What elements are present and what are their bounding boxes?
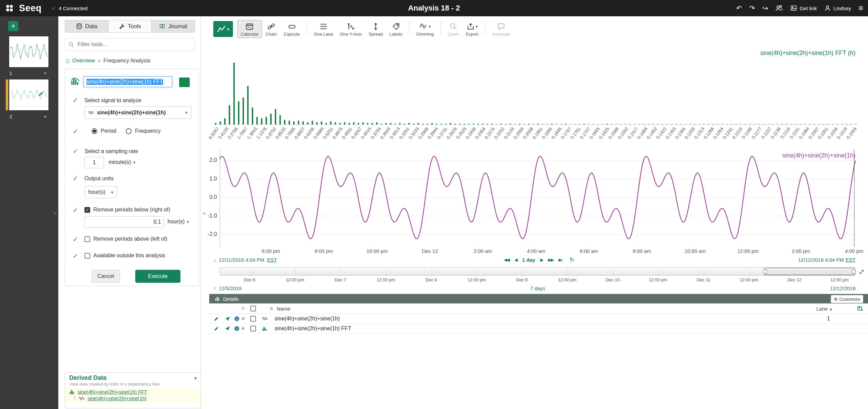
range-end-value: 12/12/2018 4:04 PM [798,257,844,263]
output-unit-dropdown[interactable]: hour(s) ▾ [84,186,117,198]
edit-icon[interactable] [214,316,219,322]
users-access-icon[interactable] [775,4,783,12]
selection-left-handle[interactable] [763,269,767,273]
send-to-trend-icon[interactable] [224,316,230,322]
worksheet-thumbnail-2[interactable] [9,79,49,111]
display-range-start[interactable]: ↓ 12/11/2018 4:04 PM EST [214,257,277,263]
tab-data[interactable]: Data [65,20,108,33]
signal-chart[interactable] [220,150,856,247]
redo-icon[interactable]: ↷ [749,5,755,12]
item-name[interactable]: sine(4h)+sine(2h)+sine(1h) [275,316,340,322]
add-worksheet-button[interactable]: + [8,21,18,31]
toolbar-dimming-button[interactable]: ▾ Dimming [413,20,437,38]
hamburger-menu-icon[interactable]: ≡ [859,4,863,12]
expand-range-icon[interactable] [858,268,865,275]
available-outside-checkbox[interactable] [84,253,90,259]
apps-grid-icon[interactable] [5,4,14,12]
row-checkbox[interactable] [250,316,256,322]
collapse-tools-panel-icon[interactable]: « [203,210,206,217]
execute-button[interactable]: Execute [135,270,180,283]
seeq-logo[interactable]: Seeq [19,3,42,14]
toolbar-spread-button[interactable]: Spread [365,20,386,38]
fft-chart[interactable] [214,48,857,125]
timeline-end-date[interactable]: 12/12/2018 [830,285,855,291]
display-range-end[interactable]: 12/12/2018 4:04 PM EST [798,257,855,263]
name-column-header[interactable]: Name [277,306,290,312]
fft-x-tick-label: 0.4876 [332,126,344,140]
tab-tools[interactable]: Tools [108,20,152,33]
range-end-timezone[interactable]: EST [846,257,855,263]
toolbar-one-lane-button[interactable]: One Lane [310,20,336,38]
toolbar-labels-button[interactable]: Labels [386,20,406,38]
send-to-trend-icon[interactable] [224,326,230,332]
item-name[interactable]: sine(4h)+sine(2h)+sine(1h) FFT [275,326,351,332]
step-forward-fast-icon[interactable]: ▶▶ [548,257,553,262]
fft-x-tick-label: 0.5251 [322,126,334,140]
toolbar-chain-button[interactable]: Chain [262,20,280,38]
add-column-icon[interactable] [857,305,863,312]
fft-x-tick-label: 0.2529 [455,126,467,140]
frequency-radio[interactable] [126,128,132,134]
period-radio[interactable] [92,128,97,134]
collapse-chevron-icon[interactable]: ▾ [194,375,197,381]
refresh-icon[interactable]: ↻ [570,256,574,263]
get-link-button[interactable]: Get link [790,5,817,12]
remove-above-checkbox[interactable] [84,236,90,242]
collapse-worksheet-strip-icon[interactable]: « [54,210,57,217]
toolbar-export-button[interactable]: ▾ Export [462,20,482,38]
remove-all-icon[interactable]: × [241,305,244,312]
tab-journal[interactable]: Journal [152,20,195,33]
filter-tools-input[interactable] [77,41,191,48]
toolbar-calendar-button[interactable]: Calendar [237,20,262,38]
worksheet-menu-chevron-1[interactable]: ▾ [44,71,46,76]
info-icon[interactable] [234,316,240,322]
lane-column-header[interactable]: Lane ▲ [816,306,833,312]
cancel-button[interactable]: Cancel [92,270,120,283]
info-icon[interactable] [234,326,240,332]
remove-icon[interactable]: × [241,315,245,322]
timeline-selection[interactable] [765,267,854,275]
undo-icon[interactable]: ↶ [736,5,742,12]
sort-icon[interactable]: ⇅ [270,306,273,311]
customize-button[interactable]: ⚙ Customize [831,295,863,303]
signal-select-dropdown[interactable]: sine(4h)+sine(2h)+sine(1h) ▾ [84,106,191,119]
step-check-icon: ✓ [73,174,78,182]
color-swatch-button[interactable] [179,77,190,87]
range-duration-button[interactable]: 1 day [522,257,535,263]
fft-x-tick-label: 0.4551 [341,126,353,140]
share-icon[interactable]: ↪ [763,5,768,12]
timeline-duration[interactable]: 7 days [220,285,856,291]
worksheet-menu-chevron-2[interactable]: ▾ [44,114,46,119]
select-all-checkbox[interactable] [250,306,256,312]
fft-x-tick-label: 0.1004 [846,126,858,140]
connection-status[interactable]: ✓ 4 Connected [52,5,87,12]
derived-item-link[interactable]: sine(4h)+sine(2h)+sine(1h) FFT [78,389,147,395]
step-forward-icon[interactable]: ▶ [540,257,543,262]
row-checkbox[interactable] [250,326,256,332]
tool-name-input[interactable]: sine(4h)+sine(2h)+sine(1h) FFT [83,76,172,87]
remove-icon[interactable]: × [241,325,245,332]
worksheet-thumbnail-1[interactable] [9,36,49,68]
home-icon[interactable]: ⌂ [66,57,70,64]
derived-item-link[interactable]: sine(4h)+sine(2h)+sine(1h) [87,396,146,401]
filter-tools-box[interactable] [65,38,195,51]
edit-icon[interactable] [214,326,219,332]
selection-right-handle[interactable] [852,269,855,273]
remove-below-unit-dropdown[interactable]: hour(s) ▾ [167,219,189,225]
sampling-unit-dropdown[interactable]: minute(s) ▾ [108,159,135,165]
view-selector-button[interactable]: ▾ [213,21,233,37]
remove-below-input[interactable] [84,216,164,228]
step-back-fast-icon[interactable]: ◀◀ [504,257,509,262]
remove-below-checkbox[interactable]: ✓ [84,207,90,213]
step-back-icon[interactable]: ◀ [514,257,517,262]
breadcrumb-overview-link[interactable]: Overview [72,58,95,64]
timeline-tick [568,268,568,275]
investigate-timeline-track[interactable] [220,267,856,276]
range-start-timezone[interactable]: EST [267,257,277,263]
step-to-end-icon[interactable]: ▶| [558,257,561,262]
toolbar-capsule-button[interactable]: Capsule [280,20,303,38]
toolbar-one-y-axis-button[interactable]: One Y-Axis [337,20,365,38]
sampling-rate-input[interactable] [84,157,104,168]
user-menu[interactable]: Lindsey [824,5,851,12]
fft-x-tick-label: 0.6827 [293,126,305,140]
